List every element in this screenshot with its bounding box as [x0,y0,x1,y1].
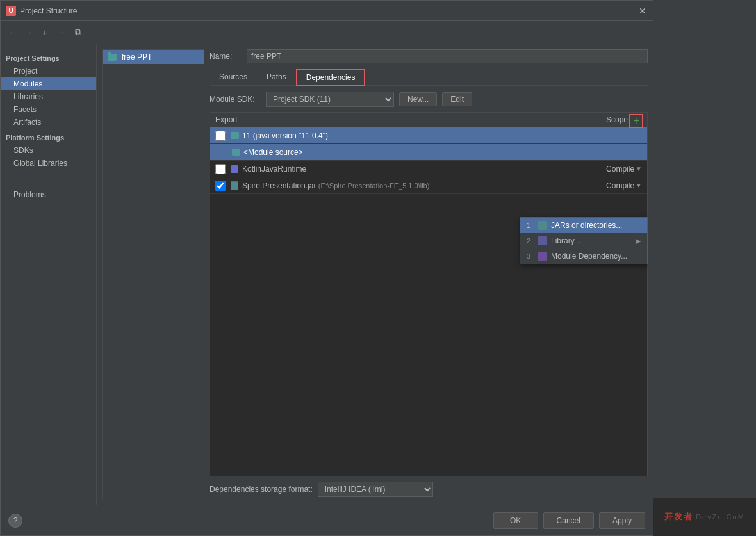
dropdown-item-library-label: Library... [551,236,580,245]
kotlin-icon [229,164,240,174]
library-submenu-arrow: ▶ [636,237,641,245]
dep-row-sdk[interactable]: 11 (java version "11.0.4") [210,127,647,144]
dep-spire-name: Spire.Presentation.jar (E:\Spire.Present… [242,181,606,190]
add-item-button[interactable]: + [38,26,52,40]
dep-spire-scope: Compile ▼ [606,181,642,190]
module-item-free-ppt[interactable]: free PPT [103,50,204,64]
scope-column-header: Scope [606,115,628,124]
sdk-label: Module SDK: [210,95,261,104]
export-column-header: Export [215,115,254,124]
tab-dependencies[interactable]: Dependencies [296,69,366,86]
dep-kotlin-scope: Compile ▼ [606,165,642,174]
sdk-new-button[interactable]: New... [399,92,437,106]
dep-spire-checkbox[interactable] [215,181,226,191]
forward-button[interactable]: → [21,26,35,40]
dep-row-spire[interactable]: Spire.Presentation.jar (E:\Spire.Present… [210,177,647,194]
dep-kotlin-checkbox[interactable] [215,164,226,174]
tabs: Sources Paths Dependencies [210,69,648,86]
ok-button[interactable]: OK [493,512,538,529]
dialog-title: Project Structure [20,6,637,15]
dropdown-item-2-num: 2 [527,237,534,245]
module-name-input[interactable] [247,49,648,63]
dropdown-item-module-dep[interactable]: 3 Module Dependency... [520,248,647,264]
copy-item-button[interactable]: ⧉ [71,26,85,40]
title-bar: U Project Structure ✕ [1,1,653,21]
spire-jar-icon [229,181,240,191]
dep-row-kotlin[interactable]: KotlinJavaRuntime Compile ▼ [210,161,647,177]
dep-spire-path: (E:\Spire.Presentation-FE_5.1.0\lib) [318,182,430,190]
jar-dir-icon [538,221,547,230]
dialog-body: Project Settings Project Modules Librari… [1,44,653,505]
name-row: Name: [210,49,648,63]
sdk-select[interactable]: Project SDK (11) [266,92,394,107]
back-forward-buttons: ← → [6,26,35,40]
dependency-type-dropdown: 1 JARs or directories... 2 Library... ▶ [520,217,648,264]
spire-scope-chevron[interactable]: ▼ [636,182,642,189]
module-source-folder-icon [231,147,241,158]
module-content-area: free PPT Name: Sources [102,49,648,499]
remove-item-button[interactable]: − [54,26,69,40]
add-dependency-button[interactable]: + [629,114,643,128]
name-label: Name: [210,52,242,61]
watermark-domain: DevZe.CoM [696,513,745,521]
help-button[interactable]: ? [8,514,22,528]
deps-table-header: Export Scope + [210,112,648,127]
module-folder-icon [108,54,117,61]
dep-row-module-source[interactable]: <Module source> [210,144,647,161]
project-settings-title: Project Settings [1,52,96,65]
module-dep-icon [538,252,547,261]
sdk-edit-button[interactable]: Edit [442,92,472,106]
apply-button[interactable]: Apply [599,512,645,529]
main-content: free PPT Name: Sources [97,44,653,505]
right-panel: Name: Sources Paths Dependencies [210,49,648,499]
sidebar-item-problems[interactable]: Problems [1,188,96,201]
dep-module-source-name: <Module source> [243,148,642,157]
close-button[interactable]: ✕ [637,6,648,16]
watermark: 开发者 DevZe.CoM [653,498,756,536]
back-button[interactable]: ← [6,26,20,40]
tab-paths[interactable]: Paths [257,69,296,85]
dropdown-item-library[interactable]: 2 Library... ▶ [520,233,647,248]
dialog-toolbar: ← → + − ⧉ [1,21,653,44]
sidebar-item-facets[interactable]: Facets [1,103,96,116]
dropdown-item-jars[interactable]: 1 JARs or directories... [520,218,647,233]
sidebar-item-global-libraries[interactable]: Global Libraries [1,157,96,170]
app-icon: U [6,6,16,16]
sidebar-item-modules[interactable]: Modules [1,77,96,90]
sdk-row: Module SDK: Project SDK (11) New... Edit [210,92,648,107]
dep-sdk-name: 11 (java version "11.0.4") [242,131,642,140]
module-list: free PPT [102,49,204,499]
dep-row-sdk-checkbox[interactable] [215,131,226,141]
sidebar-item-artifacts[interactable]: Artifacts [1,116,96,129]
sidebar-item-sdks[interactable]: SDKs [1,144,96,157]
project-structure-dialog: U Project Structure ✕ ← → + − ⧉ Project … [0,0,653,536]
storage-label: Dependencies storage format: [210,485,313,494]
dropdown-item-jars-label: JARs or directories... [551,221,622,230]
storage-format-row: Dependencies storage format: IntelliJ ID… [210,476,648,499]
platform-settings-title: Platform Settings [1,131,96,144]
kotlin-scope-chevron[interactable]: ▼ [636,165,642,172]
sidebar: Project Settings Project Modules Librari… [1,44,97,505]
dialog-footer: ? OK Cancel Apply [1,505,653,535]
cancel-button[interactable]: Cancel [543,512,594,529]
dropdown-item-1-num: 1 [527,222,534,229]
sdk-folder-icon [229,131,240,141]
sidebar-item-libraries[interactable]: Libraries [1,90,96,103]
storage-format-select[interactable]: IntelliJ IDEA (.iml) [318,482,433,497]
sidebar-item-project[interactable]: Project [1,65,96,77]
library-icon [538,236,547,245]
dropdown-item-module-dep-label: Module Dependency... [551,252,627,261]
watermark-text: 开发者 [664,511,693,523]
tab-sources[interactable]: Sources [210,69,257,85]
dep-kotlin-name: KotlinJavaRuntime [242,165,606,174]
dropdown-item-3-num: 3 [527,252,534,260]
deps-table-body: 11 (java version "11.0.4") <Module sourc… [210,127,648,476]
